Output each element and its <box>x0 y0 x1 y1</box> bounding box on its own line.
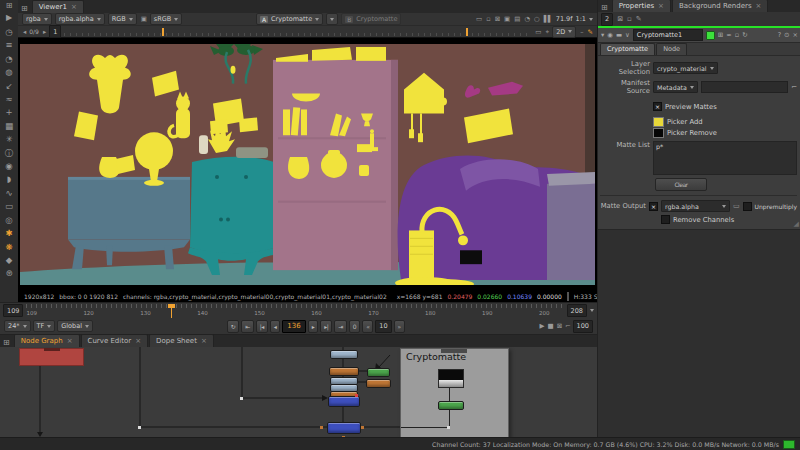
input-b-select[interactable]: BCryptomatte <box>341 13 401 25</box>
threed-icon[interactable]: ▦ <box>5 120 13 133</box>
tab-cryptomatte[interactable]: Cryptomatte <box>600 43 655 55</box>
pencil-icon[interactable]: ✎ <box>587 28 593 36</box>
picker-remove-swatch[interactable] <box>653 128 664 138</box>
draw-icon[interactable]: ≡ <box>5 39 12 52</box>
range-end-field[interactable]: 208 <box>567 304 587 317</box>
close-icon[interactable]: × <box>793 31 798 39</box>
play-options-icon[interactable]: ▶ <box>539 322 545 330</box>
layer-select[interactable]: rgba <box>22 13 52 25</box>
close-icon[interactable]: × <box>71 3 77 11</box>
node-cryptomatte[interactable] <box>438 401 464 410</box>
other-icon[interactable]: ⊛ <box>5 267 12 280</box>
refresh-icon[interactable]: ↻ <box>742 31 747 39</box>
dec-increment-button[interactable]: « <box>362 320 373 333</box>
increment-field[interactable]: 10 <box>375 320 391 333</box>
checker-icon[interactable]: ⊠ <box>494 15 500 23</box>
image-icon[interactable]: ◷ <box>5 26 12 39</box>
manifest-source-select[interactable]: Metadata <box>653 81 698 93</box>
input-a-select[interactable]: ACryptomatte <box>256 13 323 25</box>
monitor-icon[interactable]: ▣ <box>503 15 510 23</box>
playhead[interactable] <box>171 304 172 318</box>
current-frame-field[interactable]: 136 <box>282 320 305 333</box>
viewer-canvas[interactable]: 1920x812 bbox: 0 0 1920 812 channels: rg… <box>18 38 597 302</box>
to-end-button[interactable]: ⇥ <box>334 320 347 333</box>
wipe-icon[interactable]: ▭ <box>475 15 482 23</box>
fps-select[interactable]: 24* <box>4 320 31 332</box>
gamma-icon[interactable]: ▣ <box>140 15 147 23</box>
pin-icon[interactable]: ▫ <box>627 15 632 23</box>
tf-select[interactable]: TF <box>33 320 56 332</box>
merge-icon[interactable]: ◗ <box>7 173 11 186</box>
matte-list-textarea[interactable]: p* <box>653 141 797 175</box>
range-start-field[interactable]: 109 <box>3 304 23 317</box>
plugin-a-icon[interactable]: ✱ <box>5 227 12 240</box>
tab-viewer1[interactable]: Viewer1 × <box>32 0 84 13</box>
blank-icon[interactable]: ▫ <box>735 31 739 39</box>
panel-count-field[interactable]: 2 <box>601 13 613 26</box>
node-green-1[interactable] <box>367 368 390 377</box>
node-blue-2[interactable] <box>327 422 361 434</box>
tab-background-renders[interactable]: Background Renders × <box>672 0 768 12</box>
next-input-icon[interactable]: ▸ <box>42 28 46 36</box>
time-icon[interactable]: ◔ <box>5 53 12 66</box>
flipbook-icon[interactable]: ⌐ <box>564 322 570 330</box>
pane-menu-icon[interactable]: ⊞ <box>598 3 611 12</box>
lock-range-icon[interactable]: ⊠ <box>556 322 562 330</box>
tab-dope-sheet[interactable]: Dope Sheet × <box>149 334 214 347</box>
close-icon[interactable]: × <box>658 2 664 10</box>
channels-icon[interactable]: ▬ <box>616 31 622 39</box>
metadata-icon[interactable]: ▭ <box>5 200 13 213</box>
close-icon[interactable]: × <box>67 337 73 345</box>
lut-select[interactable]: sRGB <box>150 13 182 25</box>
timeline-ruler[interactable]: 109120 130140 150160 170180 190200 <box>26 304 563 318</box>
help-icon[interactable]: ? <box>778 31 781 39</box>
inc-increment-button[interactable]: » <box>394 320 405 333</box>
unpremultiply-checkbox[interactable] <box>743 202 752 211</box>
viewer-frame-ruler[interactable] <box>64 28 531 36</box>
stop-icon[interactable]: ■ <box>547 322 554 330</box>
preview-mattes-checkbox[interactable]: × <box>653 102 662 111</box>
info-icon[interactable]: ⓘ <box>5 147 14 160</box>
cursor-tool-icon[interactable]: ▶ <box>6 12 12 24</box>
curve-icon[interactable]: ∨ <box>625 31 630 39</box>
close-icon[interactable]: × <box>201 337 207 345</box>
matte-output-select[interactable]: rgba.alpha <box>661 200 730 212</box>
to-start-button[interactable]: ⇤ <box>241 320 254 333</box>
channel-icon[interactable]: ◍ <box>5 66 12 79</box>
tab-node-graph[interactable]: Node Graph × <box>14 334 80 347</box>
window-menu-icon[interactable]: ⊞ <box>6 0 13 12</box>
matte-output-checkbox[interactable]: × <box>649 202 658 211</box>
alpha-layer-select[interactable]: rgba.alpha <box>55 13 105 25</box>
target-icon[interactable]: ⌖ <box>544 28 549 36</box>
step-forward-button[interactable]: ▸ <box>308 320 319 333</box>
manifest-path-field[interactable] <box>701 81 788 93</box>
pause-icon[interactable]: ▌▌ <box>543 15 553 23</box>
color-icon[interactable]: ↙ <box>5 80 12 93</box>
layer-selection-select[interactable]: crypto_material <box>653 62 718 74</box>
roi-icon[interactable]: ▭ <box>534 28 541 36</box>
chevron-down-icon[interactable] <box>590 309 594 312</box>
display-mode-select[interactable]: RGB <box>108 13 137 25</box>
range-scope-select[interactable]: Global <box>57 320 93 332</box>
step-back-button[interactable]: ◂ <box>270 320 281 333</box>
wipe-mode-select[interactable] <box>326 13 338 25</box>
pane-menu-icon[interactable]: ⊞ <box>0 338 13 347</box>
center-node-icon[interactable]: ⊙ <box>784 31 789 39</box>
cryptomatte-group-panel[interactable]: Cryptomatte <box>400 348 509 437</box>
eraser-icon[interactable]: ✎ <box>636 15 642 23</box>
tab-node[interactable]: Node <box>656 43 687 55</box>
prev-key-button[interactable]: |◂ <box>256 320 268 333</box>
picker-add-swatch[interactable] <box>653 117 664 127</box>
node-orange-3[interactable] <box>366 379 391 388</box>
color-chip-icon[interactable]: ▾ <box>601 31 604 39</box>
node-graph[interactable]: Cryptomatte <box>0 347 597 437</box>
node-active-led[interactable] <box>706 31 715 40</box>
stamp-icon[interactable]: ▫ <box>485 15 490 23</box>
filter-icon[interactable]: ≈ <box>5 93 12 106</box>
node-orange-1[interactable] <box>329 367 359 376</box>
clock-icon[interactable]: ◔ <box>523 15 530 23</box>
tab-curve-editor[interactable]: Curve Editor × <box>81 334 148 347</box>
node-blue-1[interactable] <box>328 396 360 407</box>
next-key-button[interactable]: ▸| <box>320 320 332 333</box>
layers-icon[interactable]: ⊞ <box>718 31 723 39</box>
